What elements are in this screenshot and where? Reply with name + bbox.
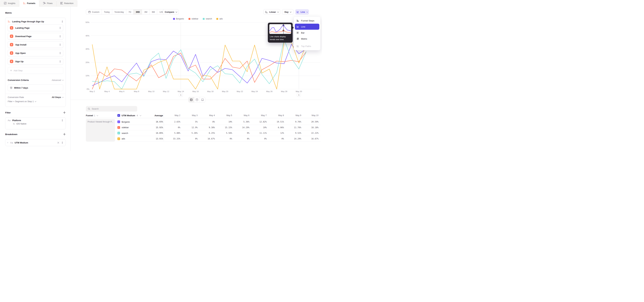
layout-top-toggle[interactable] <box>194 97 200 102</box>
date-range-custom[interactable]: Custom <box>86 10 102 14</box>
compare-button[interactable]: Compare <box>163 9 178 14</box>
date-column-header[interactable]: May 8 <box>267 113 284 118</box>
cell-value: 0% <box>164 125 181 130</box>
funnel-steps-icon <box>296 19 299 22</box>
funnel-name-cell[interactable]: Product Viewed through P... <box>86 119 115 142</box>
tab-flows[interactable]: Flows <box>39 0 56 6</box>
y-axis-tick-label: 0% <box>86 88 90 90</box>
breakdown-column-header[interactable]: ✓ UTM Medium4 <box>118 113 144 118</box>
kebab-menu-icon[interactable] <box>59 44 62 46</box>
filter-value[interactable]: iOS Native <box>16 123 26 125</box>
drag-handle-icon[interactable] <box>7 142 9 144</box>
menu-item-funnel-steps[interactable]: Funnel Steps <box>295 18 319 24</box>
table-row-sidebar[interactable]: ✓sidebar15.92%0%12.9%9.38%15.15%14.29%10… <box>118 125 321 130</box>
average-value: 16.03% <box>144 121 164 123</box>
legend-item-organic[interactable]: $organic <box>173 18 184 20</box>
table-row-ads[interactable]: ✓ads13.91%33.33%0%16.67%0%0%0%0%14.29%16… <box>118 136 321 142</box>
kebab-menu-icon[interactable] <box>59 27 62 29</box>
search-input[interactable] <box>92 108 134 110</box>
series-line-organic[interactable] <box>92 44 306 86</box>
chart-type-dropdown[interactable]: Line <box>295 9 309 14</box>
x-axis-tick-label: May 30 <box>296 90 302 92</box>
table-row-organic[interactable]: ✓$organic16.03%2.63%5%8%10%5.36%12.82%19… <box>118 119 321 125</box>
filter-property-name[interactable]: Platform <box>12 119 59 122</box>
chart-legend: $organicsidebarsearchads <box>90 18 305 20</box>
menu-item-bar[interactable]: Bar <box>295 30 319 36</box>
y-axis-tick-label: 10% <box>86 75 90 77</box>
filter-operator[interactable]: Is <box>13 123 15 125</box>
kebab-menu-icon[interactable] <box>59 60 62 63</box>
legend-item-search[interactable]: search <box>203 18 212 20</box>
date-column-header[interactable]: May 2 <box>164 113 181 118</box>
layout-split-toggle[interactable] <box>188 97 194 102</box>
kebab-menu-icon[interactable] <box>61 119 64 122</box>
cell-value: 0% <box>250 138 267 140</box>
date-range-yesterday[interactable]: Yesterday <box>112 10 126 14</box>
menu-item-line[interactable]: Line <box>295 24 319 30</box>
row-checkbox[interactable]: ✓ <box>118 138 120 140</box>
scale-dropdown[interactable]: Linear <box>264 9 280 14</box>
kebab-menu-icon[interactable] <box>61 142 64 144</box>
date-range-today[interactable]: Today <box>102 10 112 14</box>
add-step-button[interactable]: Add Step <box>8 67 63 74</box>
funnel-column-header[interactable]: Funnel1 <box>86 113 118 118</box>
row-checkbox[interactable]: ✓ <box>118 126 120 129</box>
tab-funnels[interactable]: Funnels <box>19 0 39 6</box>
tab-retention[interactable]: Retention <box>56 0 78 6</box>
row-checkbox[interactable]: ✓ <box>118 132 120 134</box>
average-column-header[interactable]: Average <box>144 113 164 118</box>
date-column-header[interactable]: May 4 <box>198 113 216 118</box>
x-axis-tick-label: May 8 <box>134 90 139 92</box>
date-column-header[interactable]: May 6 <box>233 113 250 118</box>
date-column-header[interactable]: May 7 <box>250 113 267 118</box>
funnel-step-5[interactable]: 5Sign Up <box>8 58 63 65</box>
breakdown-property-name[interactable]: UTM Medium <box>14 142 56 144</box>
x-axis-tick-label: May 2 <box>90 90 95 92</box>
date-column-header[interactable]: May 5 <box>216 113 233 118</box>
conversion-rate-steps-dropdown[interactable]: All Steps <box>52 96 63 98</box>
funnel-step-3[interactable]: 3App Install <box>8 41 63 48</box>
row-checkbox[interactable]: ✓ <box>118 120 120 123</box>
date-range-7d[interactable]: 7D <box>126 10 134 14</box>
table-row-search[interactable]: ✓search14.85%5.88%5.26%6.25%5.56%0%11.11… <box>118 130 321 136</box>
kebab-menu-icon[interactable] <box>59 52 62 54</box>
funnel-step-2[interactable]: 2Download Page <box>8 33 63 40</box>
query-builder-sidebar: Metric Landing Page through Sign Up 1Lan… <box>0 6 70 151</box>
interval-dropdown[interactable]: Day <box>282 9 294 14</box>
advanced-dropdown[interactable]: Advanced <box>52 79 63 81</box>
chart-type-tooltip: Line charts display trends over time. <box>268 23 293 42</box>
add-filter-button[interactable] <box>63 111 66 114</box>
date-range-6m[interactable]: 6M <box>150 10 157 14</box>
conversion-window-button[interactable]: Within 7 days <box>8 84 63 91</box>
close-icon[interactable] <box>57 142 60 144</box>
legend-item-ads[interactable]: ads <box>216 18 223 20</box>
filter-segment-dropdown[interactable]: Filter + Segment on Step 1 <box>5 99 66 105</box>
funnel-step-4[interactable]: 4App Open <box>8 50 63 56</box>
legend-label: $organic <box>176 18 184 20</box>
x-axis-tick-label: May 4 <box>104 90 110 92</box>
tooltip-text: Line charts display trends over time. <box>269 34 291 41</box>
kebab-menu-icon[interactable] <box>59 35 62 38</box>
table-search[interactable] <box>86 106 137 112</box>
funnel-header[interactable]: Landing Page through Sign Up <box>5 18 66 24</box>
funnel-step-1[interactable]: 1Landing Page <box>8 24 63 31</box>
kebab-menu-icon[interactable] <box>61 20 64 23</box>
chevron-down-icon <box>277 11 279 12</box>
date-range-label: 30D <box>136 11 140 13</box>
select-all-checkbox[interactable]: ✓ <box>118 114 120 117</box>
date-column-header[interactable]: May 9 <box>284 113 302 118</box>
menu-item-metric[interactable]: Metric <box>295 36 319 42</box>
layout-bottom-toggle[interactable] <box>200 97 205 102</box>
date-column-header[interactable]: May 10 <box>302 113 319 118</box>
cell-value: 22.22% <box>302 132 319 134</box>
cell-value: 12.9% <box>181 126 198 129</box>
date-range-30d[interactable]: 30D <box>133 10 142 14</box>
add-breakdown-button[interactable] <box>63 133 66 136</box>
tab-insights[interactable]: Insights <box>0 0 19 6</box>
date-range-3m[interactable]: 3M <box>142 10 150 14</box>
tab-label: Funnels <box>27 2 36 4</box>
cell-value: 20.59% <box>302 121 319 123</box>
date-column-header[interactable]: May 3 <box>181 113 198 118</box>
legend-item-sidebar[interactable]: sidebar <box>188 18 198 20</box>
funnel-count: 1 <box>94 114 95 117</box>
